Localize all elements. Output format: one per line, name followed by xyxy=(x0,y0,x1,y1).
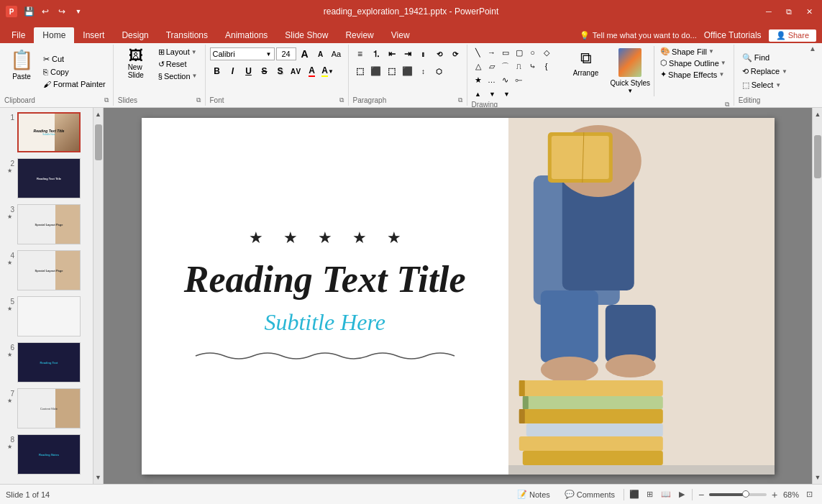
ribbon-collapse-button[interactable]: ▲ xyxy=(809,45,816,52)
new-slide-button[interactable]: 🖼 NewSlide xyxy=(118,46,154,81)
shape-line[interactable]: ╲ xyxy=(472,46,485,59)
font-expand-icon[interactable]: ⧉ xyxy=(339,96,344,104)
slide-thumb-6[interactable]: 6 ★ Reading Text xyxy=(3,341,90,384)
shadow-button[interactable]: S xyxy=(273,64,288,78)
strikethrough-button[interactable]: S xyxy=(257,64,272,78)
shapes-scroll-down[interactable]: ▼ xyxy=(486,88,499,101)
copy-button[interactable]: ⎘ Copy xyxy=(40,66,109,78)
line-spacing-button[interactable]: ↕ xyxy=(416,64,431,78)
reading-view-button[interactable]: 📖 xyxy=(659,487,673,502)
cut-button[interactable]: ✂ Cut xyxy=(40,53,109,65)
quick-styles-button[interactable]: Quick Styles ▼ xyxy=(607,46,655,96)
tab-home[interactable]: Home xyxy=(34,27,74,43)
shape-bend[interactable]: ⎍ xyxy=(513,60,526,73)
numbering-button[interactable]: ⒈ xyxy=(369,47,383,61)
undo-qat-button[interactable]: ↩ xyxy=(38,4,52,19)
customize-qat-button[interactable]: ▼ xyxy=(71,4,86,19)
scroll-down-button[interactable]: ▼ xyxy=(813,471,822,484)
share-button[interactable]: 👤 Share xyxy=(769,29,816,42)
slide-thumb-2[interactable]: 2 ★ Reading Text Title xyxy=(3,157,90,200)
justify-button[interactable]: ⬛ xyxy=(401,64,415,78)
shapes-more[interactable]: ▼ xyxy=(501,88,513,101)
shape-more[interactable]: … xyxy=(485,73,498,86)
fit-slide-button[interactable]: ⊡ xyxy=(802,487,816,502)
notes-button[interactable]: 📝 Notes xyxy=(511,488,556,500)
panel-scroll-up[interactable]: ▲ xyxy=(93,108,104,121)
slide-thumb-3[interactable]: 3 ★ Special Layout Page xyxy=(3,203,90,246)
shape-bracket[interactable]: { xyxy=(540,60,553,73)
align-center-button[interactable]: ⬛ xyxy=(369,64,383,78)
restore-button[interactable]: ⧉ xyxy=(782,4,796,19)
shape-effects-button[interactable]: ✦ Shape Effects ▼ xyxy=(657,69,729,80)
panel-scroll-down[interactable]: ▼ xyxy=(93,471,104,484)
panel-scroll-thumb[interactable] xyxy=(95,124,102,160)
section-button[interactable]: § Section ▼ xyxy=(155,71,201,81)
slide-thumb-1[interactable]: 1 Reading Text Title Subtitle Here xyxy=(3,111,90,154)
redo-qat-button[interactable]: ↪ xyxy=(55,4,69,19)
slide-thumb-4[interactable]: 4 ★ Special Layout Page xyxy=(3,249,90,292)
tab-insert[interactable]: Insert xyxy=(74,27,113,43)
zoom-track[interactable] xyxy=(709,493,767,496)
shape-parallelogram[interactable]: ▱ xyxy=(485,60,498,73)
shape-scribble[interactable]: ∿ xyxy=(499,73,512,86)
font-highlight-button[interactable]: A ▼ xyxy=(321,64,335,78)
slide-show-button[interactable]: ▶ xyxy=(675,487,689,502)
tab-slideshow[interactable]: Slide Show xyxy=(276,27,337,43)
shapes-scroll-up[interactable]: ▲ xyxy=(472,88,485,101)
office-tutorials-link[interactable]: Office Tutorials xyxy=(700,29,766,42)
shape-connector[interactable]: ⤷ xyxy=(526,60,539,73)
increase-indent-button[interactable]: ⇥ xyxy=(401,47,415,61)
font-color-button[interactable]: A xyxy=(305,64,319,78)
shape-arrow[interactable]: → xyxy=(485,46,498,59)
font-name-input[interactable]: Calibri ▼ xyxy=(210,47,275,60)
increase-font-button[interactable]: A xyxy=(298,47,312,61)
columns-button[interactable]: ⫾ xyxy=(416,47,431,61)
close-button[interactable]: ✕ xyxy=(802,4,816,19)
align-right-button[interactable]: ⬚ xyxy=(385,64,399,78)
slide-thumb-8[interactable]: 8 ★ Reading Notes xyxy=(3,433,90,476)
shape-curve[interactable]: ⌒ xyxy=(499,60,512,73)
decrease-font-button[interactable]: A xyxy=(314,47,328,61)
shape-star[interactable]: ★ xyxy=(472,73,485,86)
bold-button[interactable]: B xyxy=(210,64,224,78)
decrease-indent-button[interactable]: ⇤ xyxy=(385,47,399,61)
scroll-up-button[interactable]: ▲ xyxy=(813,108,822,121)
shape-triangle[interactable]: △ xyxy=(472,60,485,73)
slide-thumb-7[interactable]: 7 ★ Content Slide xyxy=(3,387,90,430)
slides-expand-icon[interactable]: ⧉ xyxy=(196,96,201,104)
replace-button[interactable]: ⟲ Replace ▼ xyxy=(739,65,791,78)
comments-button[interactable]: 💬 Comments xyxy=(559,488,621,500)
slide-thumb-5[interactable]: 5 ★ xyxy=(3,295,90,338)
clear-format-button[interactable]: Aa xyxy=(329,47,344,61)
char-spacing-button[interactable]: AV xyxy=(289,64,303,78)
tab-view[interactable]: View xyxy=(383,27,419,43)
para-expand-icon[interactable]: ⧉ xyxy=(458,96,462,104)
shape-oval[interactable]: ○ xyxy=(526,46,539,59)
normal-view-button[interactable]: ⬛ xyxy=(627,487,641,502)
shape-rect[interactable]: ▭ xyxy=(499,46,512,59)
shape-freeform[interactable]: ⟜ xyxy=(513,73,526,86)
scroll-thumb[interactable] xyxy=(814,135,821,178)
italic-button[interactable]: I xyxy=(226,64,240,78)
format-painter-button[interactable]: 🖌 Format Painter xyxy=(40,78,109,90)
convert-button[interactable]: ⟳ xyxy=(448,47,462,61)
zoom-out-button[interactable]: − xyxy=(695,489,707,500)
zoom-knob[interactable] xyxy=(742,490,749,498)
text-direction-button[interactable]: ⟲ xyxy=(432,47,447,61)
tab-design[interactable]: Design xyxy=(113,27,157,43)
layout-button[interactable]: ⊞ Layout ▼ xyxy=(155,47,201,58)
tab-animations[interactable]: Animations xyxy=(216,27,276,43)
shape-fill-button[interactable]: 🎨 Shape Fill ▼ xyxy=(657,46,729,57)
shape-diamond[interactable]: ◇ xyxy=(540,46,553,59)
find-button[interactable]: 🔍 Find xyxy=(739,52,773,64)
font-size-input[interactable]: 24 xyxy=(276,47,296,60)
save-qat-button[interactable]: 💾 xyxy=(22,4,36,19)
smart-art-button[interactable]: ⬡ xyxy=(432,64,447,78)
clipboard-expand-icon[interactable]: ⧉ xyxy=(104,96,109,104)
drawing-expand-icon[interactable]: ⧉ xyxy=(725,101,729,108)
minimize-button[interactable]: ─ xyxy=(762,4,776,19)
slide-sorter-button[interactable]: ⊞ xyxy=(643,487,657,502)
zoom-in-button[interactable]: + xyxy=(769,489,780,500)
bullets-button[interactable]: ≡ xyxy=(353,47,367,61)
tell-me-area[interactable]: 💡 Tell me what you want to do... xyxy=(580,31,697,40)
